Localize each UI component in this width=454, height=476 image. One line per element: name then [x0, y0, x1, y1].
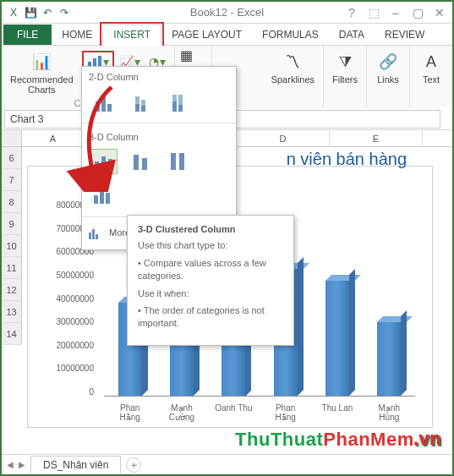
svg-rect-12 — [106, 193, 110, 204]
sheet-nav-next[interactable]: ▶ — [19, 460, 25, 469]
chart-bar[interactable] — [377, 322, 401, 396]
chart-x-label: Thu Lan — [318, 403, 357, 422]
recommended-charts-label: Recommended Charts — [10, 74, 74, 95]
window-controls: ? ⬚ – ▢ ✕ — [344, 6, 447, 19]
recommended-charts-button[interactable]: 📊 Recommended Charts — [7, 49, 77, 96]
row-headers: 6 7 8 9 10 11 12 13 14 — [2, 147, 22, 345]
chart-x-axis: Phan HằngMạnh CườngOanh ThuPhan HằngThu … — [104, 403, 415, 422]
row-10[interactable]: 10 — [2, 235, 22, 257]
stacked-100-column-3d[interactable] — [163, 149, 192, 174]
ribbon-tabs: FILE HOME INSERT PAGE LAYOUT FORMULAS DA… — [2, 24, 452, 46]
filters-label: Filters — [332, 74, 358, 85]
excel-icon: X — [7, 6, 20, 19]
tab-review[interactable]: REVIEW — [375, 25, 435, 45]
chart-x-label: Mạnh Hùng — [369, 403, 408, 422]
section-2d-column: 2-D Column — [82, 67, 236, 85]
sparklines-icon: 〽 — [280, 51, 305, 73]
col-E[interactable]: E — [330, 130, 423, 146]
chart-title[interactable]: n viên bán hàng — [287, 150, 407, 169]
recommended-charts-icon: 📊 — [29, 51, 54, 73]
tooltip-when-intro: Use it when: — [138, 287, 283, 300]
svg-rect-10 — [94, 195, 98, 204]
links-label: Links — [377, 74, 399, 85]
svg-rect-4 — [101, 156, 106, 170]
sheet-tab-bar: ◀ ▶ DS_Nhân viên ＋ — [2, 454, 452, 474]
col-D[interactable]: D — [237, 130, 330, 146]
window-title: Book12 - Excel — [190, 6, 264, 19]
svg-rect-7 — [142, 158, 147, 170]
clustered-column-3d[interactable] — [89, 149, 118, 174]
redo-icon[interactable]: ↷ — [57, 6, 71, 19]
svg-rect-9 — [179, 153, 184, 170]
section-3d-column: 3-D Column — [82, 127, 236, 145]
link-icon: 🔗 — [375, 51, 401, 73]
tooltip-intro: Use this chart type to: — [138, 239, 283, 252]
stacked-100-column-2d[interactable] — [163, 89, 192, 114]
ribbon-display-icon[interactable]: ⬚ — [366, 6, 381, 19]
more-charts-icon — [89, 226, 104, 239]
name-box-value: Chart 3 — [10, 113, 43, 125]
row-9[interactable]: 9 — [2, 213, 22, 235]
svg-rect-5 — [108, 159, 112, 170]
text-button[interactable]: A Text — [415, 49, 447, 86]
chart-x-label: Phan Hằng — [111, 403, 150, 422]
stacked-column-3d[interactable] — [126, 149, 155, 174]
column-3d[interactable] — [89, 183, 118, 208]
sparklines-label: Sparklines — [271, 74, 315, 85]
tab-page-layout[interactable]: PAGE LAYOUT — [161, 25, 252, 45]
minimize-icon[interactable]: – — [388, 6, 403, 19]
filter-icon: ⧩ — [332, 51, 358, 73]
tab-insert[interactable]: INSERT — [102, 25, 161, 46]
sheet-nav-prev[interactable]: ◀ — [7, 460, 14, 469]
tab-file[interactable]: FILE — [3, 25, 52, 45]
chart-x-label: Mạnh Cường — [162, 403, 201, 422]
save-icon[interactable]: 💾 — [24, 6, 37, 19]
row-6[interactable]: 6 — [2, 147, 22, 169]
tab-formulas[interactable]: FORMULAS — [252, 25, 329, 45]
group-filters: ⧩ Filters — [324, 46, 367, 108]
filters-button[interactable]: ⧩ Filters — [329, 49, 361, 86]
svg-rect-3 — [95, 161, 99, 170]
watermark: ThuThuatPhanMem.vn — [235, 429, 442, 451]
row-14[interactable]: 14 — [2, 323, 22, 345]
maximize-icon[interactable]: ▢ — [410, 6, 425, 19]
links-button[interactable]: 🔗 Links — [372, 49, 404, 86]
group-links: 🔗 Links — [367, 46, 410, 108]
row-13[interactable]: 13 — [2, 301, 22, 323]
svg-rect-8 — [171, 153, 176, 170]
col-A[interactable]: A — [22, 130, 85, 146]
chart-x-label: Oanh Thu — [214, 403, 253, 422]
row-11[interactable]: 11 — [2, 257, 22, 279]
chart-type-tooltip: 3-D Clustered Column Use this chart type… — [127, 215, 294, 346]
quick-access-toolbar: X 💾 ↶ ↷ — [7, 6, 71, 19]
help-icon[interactable]: ? — [344, 6, 359, 19]
tab-data[interactable]: DATA — [329, 25, 375, 45]
sheet-tab-active[interactable]: DS_Nhân viên — [30, 456, 121, 473]
select-all-corner[interactable] — [2, 130, 22, 146]
chart-x-label: Phan Hằng — [266, 403, 305, 422]
text-label: Text — [423, 74, 440, 85]
tooltip-title: 3-D Clustered Column — [138, 224, 283, 234]
row-8[interactable]: 8 — [2, 191, 22, 213]
tab-home[interactable]: HOME — [52, 25, 102, 45]
clustered-column-2d[interactable] — [89, 89, 118, 114]
power-view-icon[interactable]: ▦ — [180, 47, 193, 63]
text-icon: A — [418, 51, 444, 73]
tooltip-bullet-2: • The order of categories is not importa… — [138, 304, 283, 330]
title-bar: X 💾 ↶ ↷ Book12 - Excel ? ⬚ – ▢ ✕ — [2, 2, 452, 24]
svg-rect-6 — [134, 155, 139, 170]
sparklines-button[interactable]: 〽 Sparklines — [268, 49, 318, 86]
row-7[interactable]: 7 — [2, 169, 22, 191]
svg-rect-11 — [100, 190, 104, 204]
undo-icon[interactable]: ↶ — [41, 6, 54, 19]
new-sheet-button[interactable]: ＋ — [126, 457, 141, 473]
stacked-column-2d[interactable] — [126, 89, 155, 114]
group-text: A Text — [410, 46, 452, 108]
close-icon[interactable]: ✕ — [432, 6, 447, 19]
tooltip-bullet-1: • Compare values across a few categories… — [138, 257, 283, 282]
row-12[interactable]: 12 — [2, 279, 22, 301]
group-sparklines: 〽 Sparklines — [263, 46, 324, 108]
chart-bar[interactable] — [325, 281, 349, 396]
